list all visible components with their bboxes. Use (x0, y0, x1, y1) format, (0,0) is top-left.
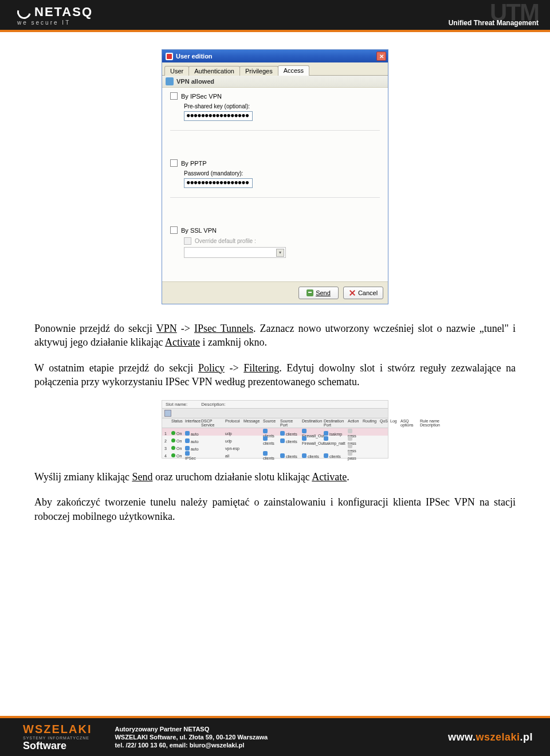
send-icon (307, 289, 313, 296)
bottom-banner: WSZELAKI SYSTEMY INFORMATYCZNE Software … (0, 716, 550, 756)
dialog-body: By IPSec VPN Pre-shared key (optional): … (162, 88, 388, 281)
netasq-logo: NETASQ we secure IT (17, 5, 93, 26)
pptp-checkbox[interactable] (170, 159, 178, 167)
pptp-pass-label: Password (mandatory): (184, 170, 380, 177)
paragraph-3: Wyślij zmiany klikając Send oraz uruchom… (34, 470, 516, 484)
footer-url: www.wszelaki.pl (448, 731, 533, 743)
paragraph-2: W ostatnim etapie przejdź do sekcji Poli… (34, 361, 516, 389)
swoosh-icon (15, 2, 34, 21)
profile-combo[interactable]: ▾ (184, 247, 286, 258)
filtering-table: Slot name: Description: Status Interface… (162, 400, 388, 459)
filter-toolbar (162, 408, 388, 418)
pptp-label: By PPTP (181, 160, 207, 167)
filter-row[interactable]: 1 On autoudp clients clients Firewall_Ou… (162, 428, 388, 436)
ipsec-checkbox[interactable] (170, 92, 178, 100)
dialog-app-icon (166, 53, 173, 60)
filter-tool-icon[interactable] (164, 410, 171, 417)
paragraph-4: Aby zakończyć tworzenie tunelu należy pa… (34, 495, 516, 523)
chevron-down-icon: ▾ (276, 249, 284, 257)
dialog-footer: Send Cancel (162, 281, 388, 304)
logo-mid: SYSTEMY INFORMATYCZNE (23, 736, 92, 740)
vpn-file-icon (166, 77, 174, 85)
close-button[interactable]: ✕ (376, 52, 386, 61)
psk-input[interactable]: ●●●●●●●●●●●●●●●●● (184, 111, 253, 121)
dialog-titlebar: User edition ✕ (162, 50, 388, 62)
utm-block: UTM Unified Threat Management (449, 3, 539, 27)
pptp-pass-input[interactable]: ●●●●●●●●●●●●●●●●● (184, 178, 253, 188)
tab-privileges[interactable]: Privileges (239, 66, 278, 76)
addr1: Autoryzowany Partner NETASQ (115, 725, 448, 733)
ssl-label: By SSL VPN (181, 227, 217, 234)
paragraph-1: Ponownie przejdź do sekcji VPN -> IPsec … (34, 322, 516, 350)
ipsec-label: By IPSec VPN (181, 93, 222, 100)
filter-row[interactable]: 4 On IPSecall clients clients clients cl… (162, 451, 388, 458)
filter-row[interactable]: 2 On autoudp clients clients Firewall_Ou… (162, 436, 388, 443)
brand-tagline: we secure IT (17, 19, 93, 26)
vpn-allowed-label: VPN allowed (176, 78, 214, 85)
addr2: WSZELAKI Software, ul. Złota 59, 00-120 … (115, 733, 448, 741)
cancel-button[interactable]: Cancel (343, 287, 383, 299)
logo-bot: Software (23, 740, 92, 752)
cancel-label: Cancel (358, 289, 378, 296)
tab-user[interactable]: User (164, 66, 189, 76)
filter-columns: Status Interface DSCP Service Protocol M… (162, 418, 388, 428)
override-label: Override default profile : (195, 238, 256, 244)
tab-authentication[interactable]: Authentication (188, 66, 240, 76)
footer-address: Autoryzowany Partner NETASQ WSZELAKI Sof… (92, 725, 448, 750)
logo-top: WSZELAKI (23, 723, 92, 736)
psk-label: Pre-shared key (optional): (184, 103, 380, 109)
override-checkbox (184, 237, 191, 245)
send-label: Send (316, 289, 331, 296)
tabstrip: User Authentication Privileges Access (162, 62, 388, 76)
description-label: Description: (201, 402, 225, 407)
slot-name-label: Slot name: (166, 402, 187, 407)
brand-text: NETASQ (34, 5, 93, 19)
cancel-icon (349, 289, 356, 296)
dialog-title: User edition (176, 53, 213, 60)
wszelaki-logo: WSZELAKI SYSTEMY INFORMATYCZNE Software (23, 723, 92, 752)
vpn-allowed-header: VPN allowed (162, 76, 388, 88)
user-edition-dialog: User edition ✕ User Authentication Privi… (162, 49, 388, 304)
ssl-checkbox[interactable] (170, 226, 178, 234)
close-icon: ✕ (379, 53, 384, 60)
addr3: tel. /22/ 100 13 60, email: biuro@wszela… (115, 741, 448, 749)
send-button[interactable]: Send (298, 287, 339, 299)
tab-access[interactable]: Access (278, 65, 309, 76)
utm-sub: Unified Threat Management (449, 19, 539, 27)
top-banner: NETASQ we secure IT UTM Unified Threat M… (0, 0, 550, 32)
